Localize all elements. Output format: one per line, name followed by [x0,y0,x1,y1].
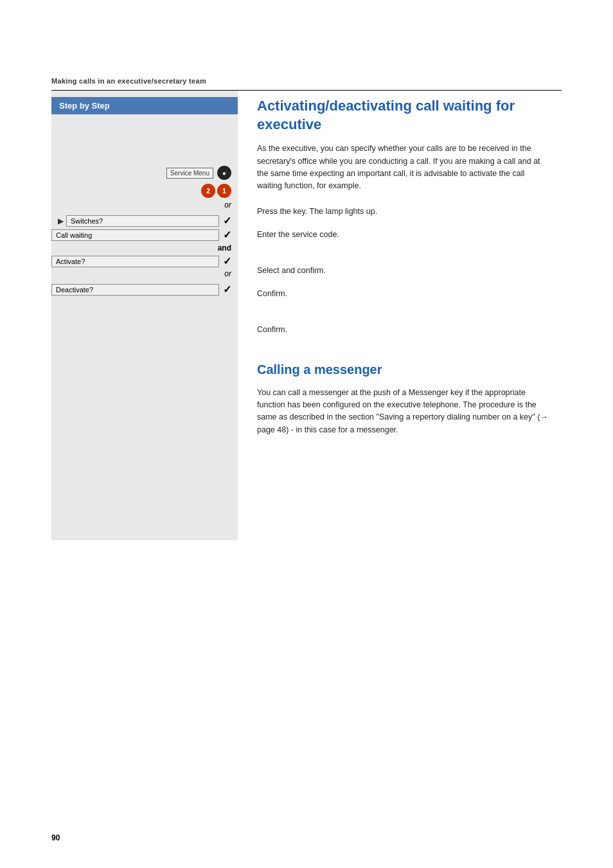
deactivate-row: Deactivate? ✓ [51,283,238,296]
instruction-text-4: Confirm. [257,288,287,300]
call-waiting-check: ✓ [223,229,231,241]
call-waiting-item: Call waiting [51,229,219,241]
instruction-row-3: Select and confirm. [257,265,549,283]
spacer-2 [257,311,549,324]
instruction-row-2: Enter the service code. [257,229,549,247]
deactivate-item: Deactivate? [51,284,219,296]
section1-title: Activating/deactivating call waiting for… [257,97,549,134]
instruction-row-4: Confirm. [257,288,549,306]
step-by-step-header: Step by Step [51,97,238,114]
and-label: and [51,244,238,252]
instruction-row-1: Press the key. The lamp lights up. [257,206,549,224]
instruction-text-1: Press the key. The lamp lights up. [257,206,377,218]
instruction-text-2: Enter the service code. [257,229,339,241]
or-label-1: or [51,200,238,209]
instruction-text-3: Select and confirm. [257,265,326,277]
instruction-row-5: Confirm. [257,324,549,342]
number-circle-1: 1 [217,184,231,198]
number-circle-2: 2 [201,184,215,198]
page-header: Making calls in an executive/secretary t… [51,77,562,85]
service-menu-row: Service Menu ● [51,166,238,180]
switches-row: ▶ Switches? ✓ [51,215,238,227]
deactivate-check: ✓ [223,283,231,296]
content-area: Step by Step Service Menu ● 2 1 or ▶ Sw [51,91,562,540]
page-number: 90 [51,833,60,842]
right-panel: Activating/deactivating call waiting for… [238,91,562,540]
switches-check: ✓ [223,215,231,227]
arrow-icon: ▶ [58,217,64,226]
service-menu-key: ● [217,166,231,180]
number-circles-row: 2 1 [51,184,238,198]
spacer-1 [257,252,549,265]
left-panel: Step by Step Service Menu ● 2 1 or ▶ Sw [51,91,238,540]
service-menu-label: Service Menu [166,168,213,179]
section1-body: As the executive, you can specify whethe… [257,143,549,193]
activate-row: Activate? ✓ [51,255,238,267]
or-label-2: or [51,269,238,278]
activate-item: Activate? [51,256,219,267]
section2-title: Calling a messenger [257,361,549,378]
section2-body: You can call a messenger at the push of … [257,387,549,437]
left-panel-content: Service Menu ● 2 1 or ▶ Switches? ✓ [51,121,238,304]
instruction-text-5: Confirm. [257,324,287,336]
switches-item: Switches? [66,215,219,227]
call-waiting-row: Call waiting ✓ [51,229,238,241]
page-container: Making calls in an executive/secretary t… [0,0,613,868]
activate-check: ✓ [223,255,231,267]
